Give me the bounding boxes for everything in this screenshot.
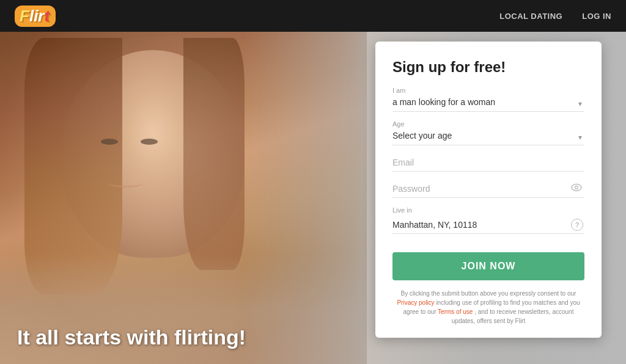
logo-text: Flirt (20, 7, 50, 26)
password-group (392, 180, 584, 198)
livein-group: Live in ? (392, 206, 584, 234)
password-input-wrapper (392, 180, 584, 198)
disclaimer-text: By clicking the submit button above you … (392, 289, 584, 326)
signup-card: Sign up for free! I am a man looking for… (375, 42, 602, 338)
livein-label: Live in (392, 206, 584, 214)
password-input[interactable] (392, 180, 584, 197)
iam-label: I am (392, 87, 584, 94)
svg-point-0 (572, 184, 581, 191)
email-input[interactable] (392, 154, 584, 171)
iam-group: I am a man looking for a woman a woman l… (392, 87, 584, 112)
password-eye-icon[interactable] (571, 183, 582, 194)
age-select-wrapper: Select your age 18192021 22232425 303540… (392, 130, 584, 145)
email-input-wrapper (392, 154, 584, 172)
header: Flirt LOCAL DATING LOG IN (0, 0, 626, 32)
log-in-link[interactable]: LOG IN (582, 12, 611, 21)
livein-help-icon[interactable]: ? (571, 219, 583, 231)
nav-links: LOCAL DATING LOG IN (499, 12, 611, 21)
livein-input-wrapper: ? (392, 216, 584, 234)
email-group (392, 154, 584, 172)
age-select[interactable]: Select your age 18192021 22232425 303540… (392, 131, 584, 140)
iam-select[interactable]: a man looking for a woman a woman lookin… (392, 97, 584, 107)
woman-image (0, 32, 367, 364)
privacy-policy-link[interactable]: Privacy policy (397, 299, 434, 306)
local-dating-link[interactable]: LOCAL DATING (499, 12, 562, 21)
age-group: Age Select your age 18192021 22232425 30… (392, 120, 584, 145)
terms-of-use-link[interactable]: Terms of use (438, 308, 473, 315)
svg-point-1 (575, 186, 578, 189)
iam-select-wrapper: a man looking for a woman a woman lookin… (392, 96, 584, 112)
hero-tagline: It all starts with flirting! (17, 326, 246, 349)
age-label: Age (392, 120, 584, 128)
join-now-button[interactable]: JOIN NOW (392, 252, 584, 280)
signup-title: Sign up for free! (392, 59, 584, 76)
livein-input[interactable] (392, 216, 584, 233)
logo: Flirt (15, 5, 56, 27)
